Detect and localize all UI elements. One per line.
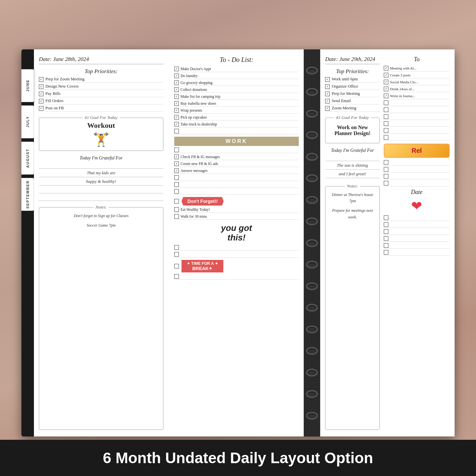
todo-check-10[interactable] bbox=[174, 129, 179, 133]
todo-item-18: Eat Healthy Today! bbox=[174, 207, 299, 213]
you-got-this-text: you gotthis! bbox=[174, 223, 299, 242]
todo-text-1: Make Doctor's Appt bbox=[181, 67, 211, 71]
left-grateful-line1 bbox=[39, 163, 163, 169]
priority-checkbox-5[interactable] bbox=[39, 106, 43, 111]
todo-item-6: Buy Isabella new shoes bbox=[174, 101, 299, 107]
todo-title: To - Do List: bbox=[174, 56, 299, 64]
todo-check-6[interactable] bbox=[174, 101, 179, 106]
left-notes-box: Notes: Don't forget to Sign up for Class… bbox=[39, 207, 163, 430]
dumbbell-icon: 🏋️ bbox=[42, 132, 160, 147]
rh-check-2[interactable] bbox=[384, 73, 388, 77]
priority-checkbox-1[interactable] bbox=[39, 77, 43, 82]
rh-check-1[interactable] bbox=[384, 66, 388, 70]
todo-check-8[interactable] bbox=[174, 115, 179, 120]
rh-text-2: Create 3 posts bbox=[390, 73, 410, 77]
right-priority-text-3: Prep for Meeting bbox=[332, 91, 360, 96]
todo-check-4[interactable] bbox=[174, 87, 179, 92]
todo-check-tb[interactable] bbox=[174, 264, 179, 268]
left-grateful-text2: happy & healthy! bbox=[39, 179, 163, 186]
left-grateful: Today I'm Grateful For That my kids are … bbox=[39, 155, 163, 203]
left-date-text: Date: June 28th, 2024 bbox=[39, 56, 89, 62]
rh-todo-13 bbox=[384, 167, 450, 173]
priority-checkbox-3[interactable] bbox=[39, 92, 43, 96]
todo-check-14[interactable] bbox=[174, 168, 179, 173]
todo-check-13[interactable] bbox=[174, 161, 179, 166]
spiral-binding bbox=[304, 49, 320, 436]
right-priority-check-2[interactable] bbox=[325, 84, 330, 89]
right-todo-title: To bbox=[384, 56, 450, 63]
planner-book: JUNE JULY AUGUST SEPTEMBER Date: June 28… bbox=[21, 49, 455, 436]
todo-check-3[interactable] bbox=[174, 80, 179, 85]
left-goal-text: Workout bbox=[42, 121, 160, 130]
todo-check-19[interactable] bbox=[174, 214, 179, 219]
todo-item-12: Check FB & IG messages bbox=[174, 154, 299, 160]
rh-check-15[interactable] bbox=[384, 181, 388, 185]
rh-check-11[interactable] bbox=[384, 135, 388, 140]
todo-item-11 bbox=[174, 147, 299, 153]
rh-check-16[interactable] bbox=[384, 215, 388, 220]
priority-text-1: Prep for Zoom Meeting bbox=[45, 77, 84, 82]
todo-check-df[interactable] bbox=[174, 199, 179, 204]
right-priorities-title: Top Priorities: bbox=[325, 68, 380, 75]
left-priorities-title: Top Priorities: bbox=[39, 68, 163, 75]
rh-text-3: Social Media Clo... bbox=[390, 80, 418, 84]
todo-check-11[interactable] bbox=[174, 148, 179, 152]
rh-check-14[interactable] bbox=[384, 174, 388, 179]
rh-todo-18 bbox=[384, 229, 450, 235]
todo-check-20[interactable] bbox=[174, 245, 179, 250]
rh-check-21[interactable] bbox=[384, 250, 388, 255]
right-priority-check-1[interactable] bbox=[325, 77, 330, 82]
rh-check-17[interactable] bbox=[384, 222, 388, 227]
rh-todo-5: Write in Journa... bbox=[384, 93, 450, 99]
todo-text-8: Pick up cupcakes bbox=[181, 115, 207, 119]
right-priority-check-5[interactable] bbox=[325, 106, 330, 111]
right-priority-check-3[interactable] bbox=[325, 92, 330, 96]
todo-check-2[interactable] bbox=[174, 73, 179, 78]
right-date-text: Date: June 29th, 2024 bbox=[325, 56, 375, 62]
rh-check-8[interactable] bbox=[384, 114, 388, 119]
tab-june[interactable]: JUNE bbox=[21, 69, 34, 102]
rh-check-3[interactable] bbox=[384, 80, 388, 84]
right-priority-check-4[interactable] bbox=[325, 99, 330, 103]
tab-august[interactable]: AUGUST bbox=[21, 142, 34, 175]
rh-check-7[interactable] bbox=[384, 107, 388, 112]
rh-todo-9 bbox=[384, 121, 450, 127]
rh-check-6[interactable] bbox=[384, 100, 388, 105]
todo-check-16[interactable] bbox=[174, 182, 179, 187]
rh-check-13[interactable] bbox=[384, 167, 388, 172]
todo-check-22[interactable] bbox=[174, 274, 179, 279]
todo-check-9[interactable] bbox=[174, 122, 179, 126]
right-date: Date: June 29th, 2024 bbox=[325, 56, 380, 64]
rh-check-18[interactable] bbox=[384, 229, 388, 234]
left-grateful-text1: That my kids are bbox=[39, 170, 163, 177]
todo-check-15[interactable] bbox=[174, 175, 179, 180]
right-priority-4: Send Email bbox=[325, 98, 380, 104]
right-goal-box: #1 Goal For Today Work on New Planner De… bbox=[325, 118, 380, 143]
priority-text-4: Fill Orders bbox=[45, 98, 64, 103]
rh-check-10[interactable] bbox=[384, 128, 388, 133]
rh-check-9[interactable] bbox=[384, 121, 388, 126]
todo-text-3: Go grocery shopping bbox=[181, 81, 212, 85]
todo-check-18[interactable] bbox=[174, 207, 179, 212]
right-priorities: Top Priorities: Work until 6pm Organize … bbox=[325, 68, 380, 113]
todo-check-21[interactable] bbox=[174, 252, 179, 257]
tab-july[interactable]: JULY bbox=[21, 105, 34, 138]
todo-check-1[interactable] bbox=[174, 67, 179, 71]
priority-checkbox-2[interactable] bbox=[39, 84, 43, 89]
tab-august-label: AUGUST bbox=[26, 149, 30, 168]
rh-check-12[interactable] bbox=[384, 160, 388, 165]
todo-check-17[interactable] bbox=[174, 189, 179, 194]
tab-september[interactable]: SEPTEMBER bbox=[21, 178, 34, 211]
left-priorities: Top Priorities: Prep for Zoom Meeting De… bbox=[39, 68, 163, 113]
rh-check-4[interactable] bbox=[384, 87, 388, 91]
todo-check-12[interactable] bbox=[174, 154, 179, 159]
todo-text-14: Answer messages bbox=[181, 169, 208, 173]
todo-check-7[interactable] bbox=[174, 108, 179, 113]
todo-item-8: Pick up cupcakes bbox=[174, 115, 299, 121]
rh-check-20[interactable] bbox=[384, 243, 388, 248]
rh-check-5[interactable] bbox=[384, 94, 388, 98]
priority-checkbox-4[interactable] bbox=[39, 99, 43, 103]
bottom-label-text: 6 Month Undated Daily Layout Option bbox=[103, 449, 373, 467]
todo-check-5[interactable] bbox=[174, 94, 179, 99]
rh-check-19[interactable] bbox=[384, 236, 388, 241]
